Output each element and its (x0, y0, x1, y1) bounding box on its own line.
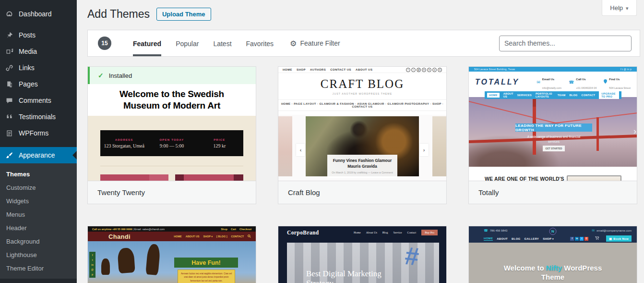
submenu-item-theme-editor[interactable]: Theme Editor (0, 261, 77, 275)
tab-featured[interactable]: Featured (133, 30, 161, 56)
submenu-item-widgets[interactable]: Widgets (0, 194, 77, 208)
preview-main-nav: Home About Us Blog Service Contact (354, 231, 416, 234)
tab-popular[interactable]: Popular (176, 30, 199, 56)
mail-icon: @ (417, 68, 421, 72)
theme-card-craft-blog[interactable]: HOME SHOP AUTHORS CONTACT US ABOUT US f … (278, 66, 447, 204)
info-label: OPEN TODAY (148, 138, 195, 141)
theme-card-chandi[interactable]: Call us anytime +90 55 999 9999 | Email:… (87, 226, 256, 283)
social-sidebar: f t in @ p (89, 252, 95, 278)
hero-subtext: A wide range of business and financial s… (523, 135, 585, 144)
topbar-text: 504 Lavaca Street Building, Texas (474, 68, 515, 71)
preview-nav-item: SHOP (543, 237, 554, 240)
submenu-item-themes[interactable]: Themes (0, 167, 77, 181)
topbar-email: Email: sales@chandi.com (134, 228, 165, 231)
appearance-submenu: Themes Customize Widgets Menus Header Ba… (0, 163, 77, 279)
mail-icon: ✉ (537, 80, 540, 85)
slide-title: Funny Vines Fashion Glamour Mauris Gravi… (330, 158, 395, 169)
hero-image: # Best Digital Marketing Strategy (287, 243, 439, 283)
next-slide-ghost (432, 116, 446, 176)
submenu-item-header[interactable]: Header (0, 221, 77, 234)
twitter-icon: t (92, 258, 93, 261)
site-logo: TOTALLY (475, 78, 519, 86)
theme-name: Twenty Twenty (88, 181, 256, 204)
buy-pro-button: Buy Pro (421, 230, 438, 235)
sidebar-item-comments[interactable]: Comments (0, 92, 77, 109)
behance-icon: b (427, 68, 431, 72)
header-phone: 786 456 9843 (490, 229, 508, 232)
sidebar-item-posts[interactable]: Posts (0, 27, 77, 43)
page-title: Add Themes (87, 8, 150, 21)
theme-card-twenty-twenty[interactable]: Installed Welcome to the Swedish Museum … (87, 66, 256, 204)
mail-icon: @ (91, 268, 94, 271)
submenu-item-menus[interactable]: Menus (0, 208, 77, 221)
preview-nav-item: BLOG (512, 237, 521, 240)
sidebar-item-label: Appearance (19, 151, 55, 159)
site-logo: Chandi (108, 233, 131, 240)
social-icons: f t @ in b p G (406, 68, 442, 72)
theme-name: Totally (469, 181, 637, 204)
sidebar-item-label: WPForms (19, 129, 48, 137)
topbar-phone: Call us anytime +90 55 999 9999 (92, 228, 132, 231)
brush-icon (4, 150, 14, 160)
info-label: PRICE (196, 138, 243, 141)
theme-card-totally[interactable]: 504 Lavaca Street Building, Texas f t @ … (468, 66, 637, 204)
linkedin-icon: in (422, 68, 426, 72)
installed-label: Installed (109, 72, 132, 79)
sidebar-item-wpforms[interactable]: WPForms (0, 125, 77, 141)
sidebar-item-testimonials[interactable]: Testimonials (0, 109, 77, 125)
theme-preview: ☎786 456 9843 N ✉email@companyname.com H… (469, 226, 637, 283)
upgrade-pro-button: UPGRADE TO PRO (599, 91, 619, 99)
theme-preview: Call us anytime +90 55 999 9999 | Email:… (88, 226, 256, 283)
sidebar-item-appearance[interactable]: Appearance (0, 147, 77, 163)
slider: Funny Vines Fashion Glamour Mauris Gravi… (278, 115, 446, 181)
sidebar-item-pages[interactable]: Pages (0, 76, 77, 92)
header-email: email@companyname.com (596, 229, 632, 232)
tab-latest[interactable]: Latest (213, 30, 231, 56)
social-icons: f in t G (570, 237, 588, 241)
slide-caption: Funny Vines Fashion Glamour Mauris Gravi… (327, 155, 397, 178)
hero-image: LEADING THE WAY FOR FUTURE GROWTH A wide… (469, 97, 637, 167)
submenu-item-lighthouse[interactable]: Lighthouse (0, 248, 77, 261)
preview-nav-item: ABOUT (497, 237, 508, 240)
sidebar-item-dashboard[interactable]: Dashboard (0, 6, 77, 22)
sidebar-item-label: Links (19, 64, 35, 72)
calendar-icon (609, 237, 612, 240)
media-icon (4, 47, 14, 56)
help-dropdown[interactable]: Help (602, 0, 637, 16)
laptop-image (567, 175, 621, 181)
sidebar-item-label: Dashboard (19, 10, 52, 18)
theme-grid: Installed Welcome to the Swedish Museum … (87, 66, 637, 283)
feature-filter-label: Feature Filter (300, 39, 340, 47)
themes-filter-bar: 15 Featured Popular Latest Favorites Fea… (87, 30, 640, 57)
hero-banner: Have Fun! (174, 258, 238, 268)
theme-preview: CorpoBrand Home About Us Blog Service Co… (278, 226, 446, 283)
theme-card-corpobrand[interactable]: CorpoBrand Home About Us Blog Service Co… (278, 226, 447, 283)
search-themes-input[interactable] (499, 36, 632, 51)
page-header: Add Themes Upload Theme (87, 8, 211, 21)
slide-meta: On March 1, 2019 by craftblog — Leave a … (330, 171, 395, 174)
preview-body: ADDRESS 123 Storgatan, Umeå OPEN TODAY 9… (88, 116, 256, 181)
sidebar-item-media[interactable]: Media (0, 43, 77, 60)
preview-nav-item: GALLERY (525, 237, 539, 240)
theme-card-nifty[interactable]: ☎786 456 9843 N ✉email@companyname.com H… (468, 226, 637, 283)
feature-filter-button[interactable]: Feature Filter (290, 30, 340, 56)
map-pin-icon (604, 79, 607, 85)
hero-text-box: Aenean luctus nec erat sagittis elementu… (178, 270, 235, 283)
sidebar-item-links[interactable]: Links (0, 60, 77, 76)
preview-nav-item: HOME (484, 237, 493, 241)
sidebar-item-label: Pages (19, 80, 38, 88)
info-value: 9:00 — 5:00 (148, 143, 195, 148)
sidebar-item-label: Comments (19, 97, 51, 104)
upload-theme-button[interactable]: Upload Theme (156, 8, 211, 21)
sidebar-item-label: Posts (19, 31, 36, 39)
hero-image: f t in @ p Have Fun! Aenean luctus nec e… (88, 241, 256, 283)
submenu-item-customize[interactable]: Customize (0, 181, 77, 194)
get-started-button: GET STARTED (543, 146, 565, 151)
theme-count-badge: 15 (98, 37, 111, 50)
tab-favorites[interactable]: Favorites (246, 30, 274, 56)
sidebar-item-label: Media (19, 48, 37, 55)
section-heading: WE ARE ONE OF THE WORLD'S LEADING (485, 176, 571, 181)
site-tagline: JUST ANOTHER WORDPRESS THEME (278, 92, 446, 95)
submenu-item-background[interactable]: Background (0, 234, 77, 248)
pages-icon (4, 79, 14, 89)
